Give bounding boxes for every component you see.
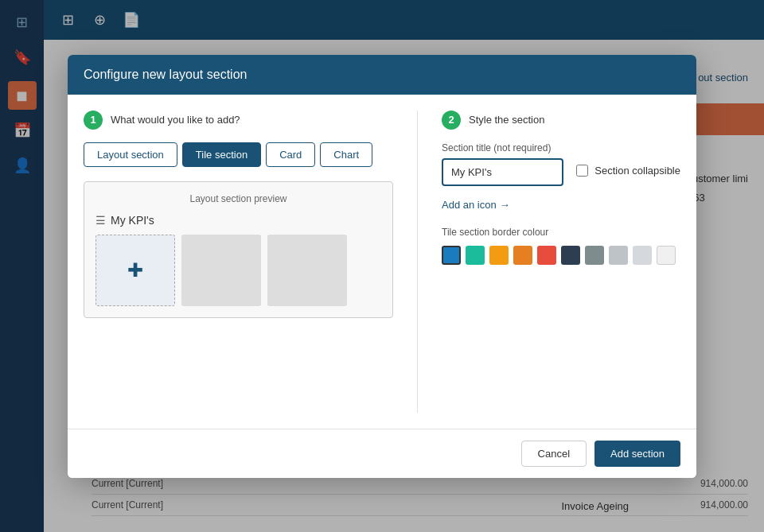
right-panel: 2 Style the section Section title (not r… (418, 111, 680, 413)
preview-box: Layout section preview ☰ My KPI's ✚ (84, 181, 393, 318)
colour-swatch-red[interactable] (537, 246, 556, 265)
colour-swatch-black[interactable] (561, 246, 580, 265)
colour-swatch-teal[interactable] (466, 246, 485, 265)
preview-empty-tile-1 (181, 235, 261, 306)
step2-header: 2 Style the section (442, 111, 680, 130)
preview-empty-tile-2 (267, 235, 347, 306)
step2-badge: 2 (442, 111, 461, 130)
step1-title: What would you like to add? (111, 114, 240, 126)
type-btn-layout-section[interactable]: Layout section (84, 142, 177, 167)
preview-add-tile[interactable]: ✚ (96, 235, 175, 306)
configure-dialog: Configure new layout section 1 What woul… (68, 55, 696, 478)
add-section-button[interactable]: Add section (594, 441, 680, 467)
step1-badge: 1 (84, 111, 103, 130)
collapsible-label: Section collapsible (594, 165, 680, 177)
step1-header: 1 What would you like to add? (84, 111, 393, 130)
colour-swatch-dark-orange[interactable] (513, 246, 532, 265)
collapsible-checkbox[interactable] (576, 165, 588, 177)
left-panel: 1 What would you like to add? Layout sec… (84, 111, 418, 413)
add-tile-icon: ✚ (127, 259, 143, 282)
preview-section-title: ☰ My KPI's (96, 214, 381, 227)
preview-tiles: ✚ (96, 235, 381, 306)
type-buttons-group: Layout section Tile section Card Chart (84, 142, 393, 167)
colour-swatch-orange[interactable] (489, 246, 509, 265)
type-btn-chart[interactable]: Chart (320, 142, 372, 167)
dialog-title: Configure new layout section (84, 68, 247, 81)
section-title-input[interactable] (442, 158, 563, 186)
dialog-header: Configure new layout section (68, 55, 696, 95)
add-icon-text: Add an icon (442, 199, 497, 211)
colour-swatches (442, 246, 680, 265)
modal-overlay: Configure new layout section 1 What woul… (0, 0, 764, 532)
preview-title-text: My KPI's (111, 214, 154, 227)
colour-swatch-blue[interactable] (442, 246, 461, 265)
preview-section-icon: ☰ (96, 214, 106, 227)
section-title-label: Section title (not required) (442, 142, 680, 153)
type-btn-card[interactable]: Card (266, 142, 315, 167)
preview-label: Layout section preview (96, 193, 381, 204)
colour-swatch-gray[interactable] (585, 246, 604, 265)
colour-swatch-lighter-gray[interactable] (633, 246, 652, 265)
border-colour-label: Tile section border colour (442, 227, 680, 238)
add-icon-arrow: → (500, 199, 510, 211)
type-btn-tile-section[interactable]: Tile section (182, 142, 261, 167)
collapsible-row: Section collapsible (576, 165, 680, 177)
step2-title: Style the section (469, 114, 544, 126)
cancel-button[interactable]: Cancel (521, 441, 587, 467)
colour-swatch-light-gray[interactable] (609, 246, 628, 265)
dialog-body: 1 What would you like to add? Layout sec… (68, 95, 696, 429)
colour-swatch-white[interactable] (657, 246, 676, 265)
dialog-footer: Cancel Add section (68, 429, 696, 478)
add-icon-link[interactable]: Add an icon → (442, 199, 680, 211)
